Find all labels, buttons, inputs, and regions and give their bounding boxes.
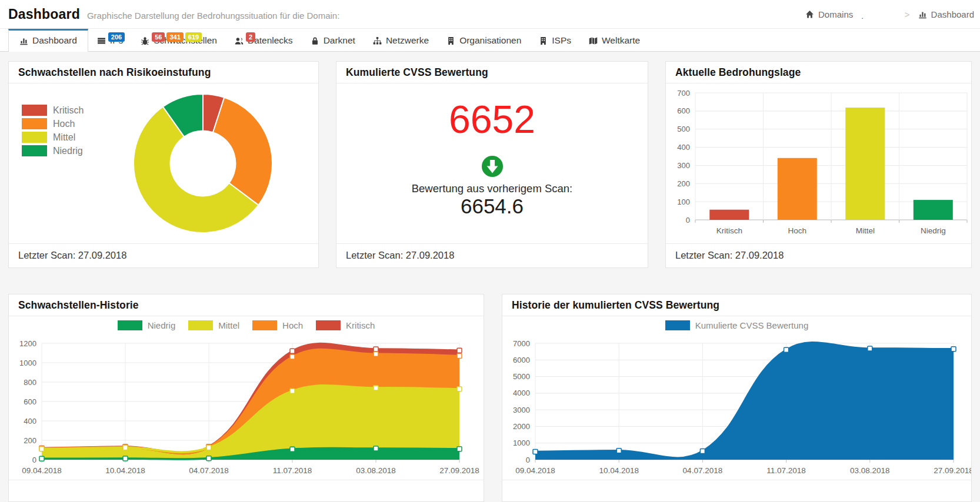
cvss-history-chart[interactable]: 0100020003000400050006000700009.04.20181… — [502, 333, 972, 480]
legend-item-kumulierte-cvss-bewertung[interactable]: Kumulierte CVSS Bewertung — [665, 320, 809, 330]
legend-item-mittel[interactable]: Mittel — [188, 320, 239, 330]
card-vuln-history: Schwachstellen-Historie NiedrigMittelHoc… — [8, 294, 484, 502]
y-tick-label: 500 — [677, 125, 690, 133]
donut-chart-area: KritischHochMittelNiedrig — [9, 83, 318, 243]
data-point[interactable] — [616, 449, 621, 453]
card-footer — [9, 480, 484, 502]
data-point[interactable] — [700, 449, 705, 454]
data-point[interactable] — [374, 446, 378, 451]
card-risk-donut: Schwachstellen nach Risikoeinstufung Kri… — [8, 61, 319, 268]
bar-kritisch[interactable] — [709, 210, 749, 220]
data-point[interactable] — [206, 446, 211, 450]
tab-netzwerke[interactable]: Netzwerke — [364, 29, 438, 51]
lock-icon — [311, 36, 319, 46]
data-point[interactable] — [290, 447, 295, 451]
data-point[interactable] — [290, 389, 295, 393]
bar-mittel[interactable] — [845, 108, 885, 220]
legend-item-kritisch[interactable]: Kritisch — [22, 105, 84, 116]
last-scan-label: Letzter Scan: 27.09.2018 — [666, 243, 971, 267]
tab-badge-group: 206 — [108, 32, 125, 42]
data-point[interactable] — [533, 449, 538, 454]
x-tick-label: 04.07.2018 — [189, 466, 229, 475]
tab-darknet[interactable]: Darknet — [302, 29, 364, 51]
tab-organisationen[interactable]: Organisationen — [438, 29, 530, 51]
chart-bar-icon — [918, 10, 927, 19]
legend-swatch — [252, 320, 277, 330]
y-tick-label: 600 — [24, 397, 36, 406]
bar-hoch[interactable] — [778, 158, 817, 220]
data-point[interactable] — [39, 456, 44, 461]
threat-bar-chart[interactable]: 0100200300400500600700KritischHochMittel… — [666, 83, 972, 243]
cvss-current-score: 6652 — [449, 100, 535, 139]
data-point[interactable] — [868, 346, 872, 351]
data-point[interactable] — [374, 386, 378, 390]
y-tick-label: 300 — [677, 161, 690, 170]
x-tick-label: 27.09.2018 — [934, 466, 972, 475]
breadcrumb-domains[interactable]: Domains — [805, 9, 853, 19]
legend-label: Kritisch — [53, 105, 84, 116]
data-point[interactable] — [290, 349, 295, 353]
breadcrumb-domain: . — [861, 12, 864, 21]
tab-ips[interactable]: 206IPs — [88, 29, 132, 51]
x-tick-label: 11.07.2018 — [273, 466, 312, 475]
y-tick-label: 0 — [526, 456, 530, 464]
legend-item-niedrig[interactable]: Niedrig — [118, 320, 176, 330]
tab-count-badge: 341 — [166, 32, 183, 42]
tab-label: Darknet — [324, 35, 355, 46]
data-point[interactable] — [374, 352, 378, 356]
data-point[interactable] — [206, 456, 211, 461]
data-point[interactable] — [457, 348, 462, 353]
tab-isps[interactable]: ISPs — [530, 29, 580, 51]
y-tick-label: 4000 — [513, 389, 530, 397]
legend-item-kritisch[interactable]: Kritisch — [316, 320, 375, 330]
breadcrumb-current[interactable]: Dashboard — [918, 9, 974, 19]
legend-swatch — [22, 105, 47, 116]
legend-swatch — [188, 320, 213, 330]
y-tick-label: 5000 — [513, 372, 530, 381]
data-point[interactable] — [951, 347, 956, 352]
tab-dashboard[interactable]: Dashboard — [8, 29, 88, 52]
data-point[interactable] — [457, 447, 462, 451]
card-cvss-score: Kumulierte CVSS Bewertung 6652 Bewertung… — [336, 61, 648, 268]
tab-datenlecks[interactable]: 2Datenlecks — [226, 29, 302, 51]
page-subtitle: Graphische Darstellung der Bedrohungssit… — [87, 11, 339, 21]
y-tick-label: 0 — [32, 456, 36, 464]
tab-label: Organisationen — [459, 35, 521, 46]
x-tick-label: 04.07.2018 — [683, 466, 723, 475]
data-point[interactable] — [123, 456, 128, 461]
vuln-history-chart[interactable]: 02004006008001000120009.04.201810.04.201… — [9, 333, 484, 480]
y-tick-label: 1000 — [513, 439, 530, 447]
tab-weltkarte[interactable]: Weltkarte — [580, 29, 649, 51]
bottom-card-row: Schwachstellen-Historie NiedrigMittelHoc… — [8, 294, 972, 502]
cvss-score-area: 6652 Bewertung aus vorherigem Scan: 6654… — [336, 83, 648, 243]
y-tick-label: 0 — [686, 216, 690, 225]
legend-item-niedrig[interactable]: Niedrig — [22, 145, 84, 156]
data-point[interactable] — [39, 447, 44, 451]
legend-item-mittel[interactable]: Mittel — [22, 132, 84, 143]
cvss-history-legend: Kumulierte CVSS Bewertung — [502, 317, 971, 333]
data-point[interactable] — [784, 347, 789, 352]
tab-bar: Dashboard206IPs56341619Schwachstellen2Da… — [0, 28, 980, 52]
tab-schwachstellen[interactable]: 56341619Schwachstellen — [132, 29, 226, 51]
data-point[interactable] — [457, 353, 462, 358]
x-category-label: Niedrig — [921, 226, 946, 235]
y-tick-label: 1000 — [19, 359, 36, 367]
chart-bar-icon — [19, 36, 28, 46]
bar-chart-area: 0100200300400500600700KritischHochMittel… — [666, 83, 971, 243]
legend-item-hoch[interactable]: Hoch — [252, 320, 303, 330]
y-tick-label: 700 — [677, 89, 690, 98]
tab-badge-group: 2 — [246, 32, 255, 42]
page-header: Dashboard Graphische Darstellung der Bed… — [0, 0, 980, 28]
top-card-row: Schwachstellen nach Risikoeinstufung Kri… — [8, 61, 972, 268]
tab-count-badge: 206 — [108, 32, 125, 42]
data-point[interactable] — [123, 446, 128, 450]
bar-niedrig[interactable] — [914, 200, 953, 220]
x-tick-label: 03.08.2018 — [850, 466, 890, 475]
y-tick-label: 400 — [677, 143, 690, 152]
data-point[interactable] — [374, 347, 378, 352]
donut-slice-hoch[interactable] — [213, 98, 272, 205]
data-point[interactable] — [457, 387, 462, 391]
legend-item-hoch[interactable]: Hoch — [22, 118, 84, 129]
y-tick-label: 200 — [24, 436, 36, 445]
data-point[interactable] — [290, 354, 295, 359]
